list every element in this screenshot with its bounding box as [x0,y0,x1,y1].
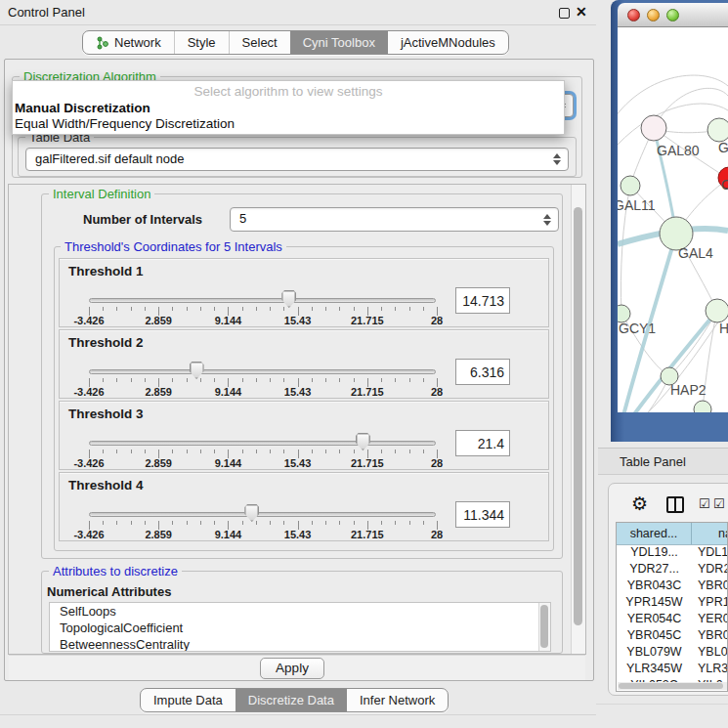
network-node[interactable] [694,401,711,412]
spinner-icon [543,213,551,227]
threshold-stack: Threshold 1-3.4262.8599.14415.4321.71528… [59,258,549,543]
tab-select[interactable]: Select [229,31,290,54]
table-row[interactable]: YBR045CYBR0 [617,628,728,645]
bottom-tab-bar: Impute Data Discretize Data Infer Networ… [140,688,449,712]
network-node[interactable] [706,299,728,322]
checkbox-icon[interactable]: ☑ [713,496,725,511]
attribute-list-item[interactable]: TopologicalCoefficient [50,620,550,636]
thresholds-group-label: Threshold's Coordinates for 5 Intervals [61,239,286,254]
interval-definition-label: Interval Definition [49,187,154,201]
dropdown-option-manual[interactable]: Manual Discretization [15,101,150,115]
tab-jactivemnodules[interactable]: jActiveMNodules [388,31,508,54]
panel-title: Control Panel [8,5,85,20]
apply-button[interactable]: Apply [260,658,324,679]
node-label: GAL11 [618,197,656,213]
node-label: H [719,321,728,336]
threshold-value-field[interactable]: 11.344 [455,501,510,528]
split-columns-icon[interactable] [666,496,684,513]
node-label: GAL4 [678,245,713,261]
slider-scale-labels: -3.4262.8599.14415.4321.71528 [89,386,437,398]
table-row[interactable]: YDR27...YDR2 [617,562,728,578]
threshold-label: Threshold 2 [68,335,144,350]
attribute-list-item[interactable]: BetweennessCentrality [50,636,550,652]
table-rows: YDL19...YDL1YDR27...YDR2YBR043CYBR0YPR14… [617,545,728,692]
slider-scale-labels: -3.4262.8599.14415.4321.71528 [89,529,437,540]
network-canvas[interactable]: GAL80 GA C GAL11 GAL4 GCY1 H HAP2 [618,27,728,412]
table-header-row: shared... na [617,523,728,545]
minimize-traffic-light-icon[interactable] [647,9,660,21]
number-of-intervals-combobox[interactable]: 5 [230,207,559,232]
attributes-scrollbar-thumb[interactable] [540,605,548,648]
panel-divider [0,714,596,715]
float-window-icon[interactable] [559,8,570,19]
number-of-intervals-label: Number of Intervals [83,212,202,227]
network-node[interactable] [621,176,640,195]
node-label: HAP2 [670,382,707,398]
table-row[interactable]: YLR345WYLR3 [617,662,728,678]
slider-track[interactable] [89,441,436,446]
close-traffic-light-icon[interactable] [627,9,640,21]
tab-style[interactable]: Style [174,31,229,54]
numerical-attributes-label: Numerical Attributes [47,584,171,599]
table-data-combobox[interactable]: galFiltered.sif default node [25,148,569,171]
algorithm-dropdown-popup: Select algorithm to view settings Manual… [12,80,565,135]
threshold-value-field[interactable]: 6.316 [455,359,510,385]
combo-arrows-icon [553,152,561,166]
threshold-label: Threshold 3 [68,407,144,421]
node-label: GCY1 [619,321,656,336]
slider-track[interactable] [89,369,436,374]
top-tab-bar: Network Style Select Cyni Toolbox jActiv… [82,30,509,55]
table-panel-title: Table Panel [620,454,686,469]
threshold-label: Threshold 1 [68,264,144,278]
table-row[interactable]: YDL19...YDL1 [617,545,728,562]
table-hscrollbar-thumb[interactable] [619,683,723,689]
close-icon[interactable]: ✕ [576,4,587,20]
apply-bar: Apply [9,655,585,680]
table-row[interactable]: YER054CYER0 [617,612,728,628]
node-label: GA [718,140,728,155]
tab-discretize-data[interactable]: Discretize Data [236,689,347,711]
tab-cyni-toolbox[interactable]: Cyni Toolbox [290,31,388,54]
threshold-panel: Threshold 1-3.4262.8599.14415.4321.71528… [59,258,549,327]
column-header-name[interactable]: na [692,523,728,544]
table-panel-titlebar: Table Panel [598,448,728,475]
gear-icon[interactable]: ⚙ [631,492,648,514]
threshold-value-field[interactable]: 21.4 [455,430,510,456]
tab-impute-data[interactable]: Impute Data [141,689,236,711]
zoom-traffic-light-icon[interactable] [666,9,679,21]
panel-divider [596,704,728,705]
table-row[interactable]: YBR043CYBR0 [617,578,728,595]
node-attribute-table[interactable]: shared... na YDL19...YDL1YDR27...YDR2YBR… [616,522,728,692]
node-label: GAL80 [657,143,700,158]
tab-network[interactable]: Network [83,31,174,54]
settings-scrollbar-thumb[interactable] [574,207,582,625]
dropdown-hint: Select algorithm to view settings [13,84,564,99]
attributes-group-label: Attributes to discretize [49,564,182,578]
checkbox-icon[interactable]: ☑ [699,496,710,511]
threshold-value-field[interactable]: 14.713 [455,287,510,314]
slider-scale-labels: -3.4262.8599.14415.4321.71528 [89,315,437,326]
slider-scale-labels: -3.4262.8599.14415.4321.71528 [89,457,437,469]
control-panel-titlebar: Control Panel ✕ [0,0,596,25]
column-header-shared-name[interactable]: shared... [617,523,692,544]
network-graph: GAL80 GA C GAL11 GAL4 GCY1 H HAP2 [618,27,728,412]
network-icon [96,36,109,50]
table-hscrollbar[interactable] [618,682,727,690]
threshold-panel: Threshold 4-3.4262.8599.14415.4321.71528… [59,472,549,541]
threshold-panel: Threshold 2-3.4262.8599.14415.4321.71528… [59,329,549,399]
attribute-list-item[interactable]: SelfLoops [50,603,550,620]
table-row[interactable]: YPR145WYPR1 [617,595,728,612]
network-node[interactable] [641,115,666,141]
table-row[interactable]: YBL079WYBL0 [617,645,728,662]
dropdown-option-equal-width[interactable]: Equal Width/Frequency Discretization [15,116,235,131]
threshold-panel: Threshold 3-3.4262.8599.14415.4321.71528… [59,401,549,470]
slider-track[interactable] [89,298,436,303]
threshold-label: Threshold 4 [68,478,144,492]
network-window-titlebar[interactable] [618,3,728,27]
numerical-attributes-list[interactable]: SelfLoopsTopologicalCoefficientBetweenne… [49,602,551,652]
slider-track[interactable] [89,512,436,517]
tab-infer-network[interactable]: Infer Network [347,689,448,711]
network-node[interactable] [707,118,728,142]
node-label: C [721,177,728,193]
